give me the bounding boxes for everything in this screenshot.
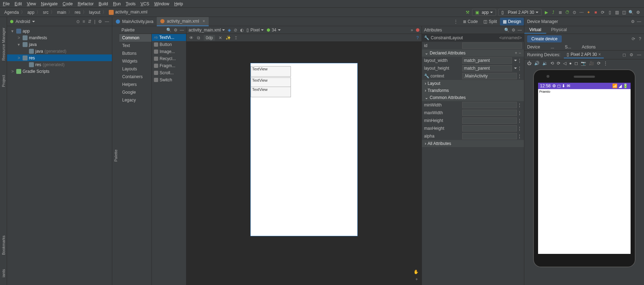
attr-more[interactable]: ¦ (519, 103, 522, 107)
attr-more[interactable]: ¦ (519, 110, 522, 115)
attr-input[interactable] (462, 102, 517, 108)
tree-node[interactable]: >Gradle Scripts (7, 68, 112, 75)
palette-category[interactable]: Text (119, 42, 151, 50)
palette-category[interactable]: Widgets (119, 57, 151, 65)
attr-input[interactable] (462, 117, 517, 124)
column-header[interactable]: Device (527, 45, 540, 50)
breadcrumb-item[interactable]: layout (88, 10, 101, 15)
palette-category[interactable]: Legacy (119, 96, 151, 104)
create-device-button[interactable]: Create device (527, 35, 562, 42)
breadcrumb-item[interactable]: main (56, 10, 67, 15)
hammer-icon[interactable]: ⚒ (465, 10, 470, 15)
menu-navigate[interactable]: Navigate (41, 1, 58, 6)
chevron-down-icon[interactable] (32, 21, 35, 22)
search-icon[interactable]: 🔍 (166, 28, 172, 33)
breadcrumb-item[interactable]: activity_main.xml (108, 10, 148, 15)
attr-more[interactable]: ¦ (519, 66, 522, 71)
menu-help[interactable]: Help (174, 1, 183, 6)
gear-icon[interactable]: ⚙ (512, 28, 515, 33)
attr-input[interactable]: match_parent (462, 65, 512, 71)
attr-more[interactable]: ¦ (519, 74, 522, 78)
reload-icon[interactable]: ⟳ (597, 61, 601, 66)
vol-up-icon[interactable]: 🔊 (534, 61, 539, 66)
editor-tab[interactable]: activity_main.xml× (157, 17, 208, 26)
expand-icon[interactable]: ≡ (83, 19, 85, 24)
tree-node[interactable]: ▾app (7, 28, 112, 34)
hide-icon[interactable]: — (637, 52, 641, 57)
tree-node[interactable]: res (generated) (7, 61, 112, 68)
chevron-down-icon[interactable] (514, 60, 517, 61)
column-header[interactable]: ... (551, 45, 554, 50)
profile-icon[interactable]: ⏱ (565, 10, 570, 15)
help-icon[interactable]: ? (639, 36, 641, 41)
palette-item[interactable]: Button (152, 41, 186, 48)
breadcrumb-item[interactable]: app (26, 10, 35, 15)
zoom-icon[interactable]: ＋ (415, 276, 419, 282)
menu-edit[interactable]: Edit (14, 1, 22, 6)
palette-category[interactable]: Google (119, 88, 151, 96)
menu-vcs[interactable]: VCS (141, 1, 149, 6)
palette-category[interactable]: Buttons (119, 50, 151, 57)
editor-tab[interactable]: MainActivity.java (112, 17, 157, 26)
infer-icon[interactable]: ✨ (226, 35, 231, 40)
running-device-tab[interactable]: ▯ Pixel 2 API 30 × (564, 51, 604, 58)
default-margin[interactable]: 0dp (204, 35, 215, 41)
overflow-icon[interactable]: » (411, 28, 413, 33)
overview-icon[interactable]: ◻ (574, 61, 578, 66)
menu-code[interactable]: Code (62, 1, 73, 6)
error-icon[interactable] (416, 28, 419, 32)
palette-category[interactable]: Layouts (119, 65, 151, 73)
surface-icon[interactable]: ◈ (228, 28, 231, 33)
stop-icon[interactable]: ■ (593, 10, 598, 15)
project-tab[interactable]: Project (1, 75, 6, 87)
run-icon[interactable]: ▶ (544, 10, 549, 15)
close-icon[interactable]: × (598, 52, 601, 57)
tab-more-icon[interactable]: ⋮ (452, 19, 460, 24)
breadcrumb-item[interactable]: src (42, 10, 49, 15)
transforms-section[interactable]: Transforms (428, 88, 449, 93)
remove-attr-icon[interactable]: − (519, 51, 521, 56)
orientation-icon[interactable]: ⊘ (234, 28, 237, 33)
palette-item[interactable]: Fragm... (152, 62, 186, 69)
column-header[interactable]: Actions (582, 45, 596, 50)
avd-icon[interactable]: ▯ (607, 10, 612, 15)
chevron-down-icon[interactable]: ⌄ (425, 51, 428, 56)
rotate-left-icon[interactable]: ⟲ (550, 61, 554, 66)
tree-node[interactable]: ▾java (7, 41, 112, 48)
vol-down-icon[interactable]: 🔉 (542, 61, 548, 66)
menu-run[interactable]: Run (113, 1, 121, 6)
resource-manager-tab[interactable]: Resource Manager (1, 28, 6, 61)
menu-window[interactable]: Window (154, 1, 169, 6)
palette-side-tab[interactable]: Palette (112, 26, 119, 285)
chevron-right-icon[interactable]: › (425, 141, 426, 146)
hide-icon[interactable]: — (105, 19, 109, 24)
palette-item[interactable]: Recycl... (152, 55, 186, 62)
design-view-button[interactable]: ▦ Design (500, 18, 524, 25)
attr-input[interactable] (462, 125, 517, 132)
design-surface[interactable]: TextViewTextViewTextView ✋ ＋ (186, 42, 422, 285)
phone-screen[interactable]: 12:58 ⚙ ◻ ⬇ ✉ 📶 ◢ 🔋 Praesto (538, 83, 631, 254)
palette-item[interactable]: Scroll... (152, 69, 186, 76)
gear-icon[interactable]: ⚙ (631, 19, 635, 24)
textview-component[interactable]: TextView (251, 87, 291, 97)
hide-icon[interactable]: — (180, 28, 184, 33)
menu-view[interactable]: View (27, 1, 36, 6)
chevron-right-icon[interactable]: › (425, 81, 426, 86)
all-section[interactable]: All Attributes (428, 141, 451, 146)
sync-icon[interactable]: ⟳ (600, 10, 605, 15)
more-icon[interactable]: ⋮ (603, 61, 608, 66)
attr-more[interactable]: ¦ (519, 126, 522, 131)
attr-more[interactable]: ¦ (519, 118, 522, 123)
settings-icon[interactable]: ⚙ (636, 10, 640, 15)
tree-node[interactable]: java (generated) (7, 48, 112, 54)
attr-more[interactable]: ¦ (519, 58, 522, 63)
collapse-icon[interactable]: ⇵ (88, 19, 91, 24)
gear-icon[interactable]: ⚙ (98, 19, 102, 24)
power-icon[interactable]: ⏻ (527, 61, 531, 66)
palette-category[interactable]: Containers (119, 73, 151, 81)
gear-icon[interactable]: ⚙ (174, 28, 178, 33)
menu-build[interactable]: Build (99, 1, 108, 6)
close-icon[interactable]: × (203, 19, 205, 24)
attr-input[interactable]: match_parent (462, 57, 512, 64)
bug-icon[interactable]: ✦ (586, 10, 591, 15)
